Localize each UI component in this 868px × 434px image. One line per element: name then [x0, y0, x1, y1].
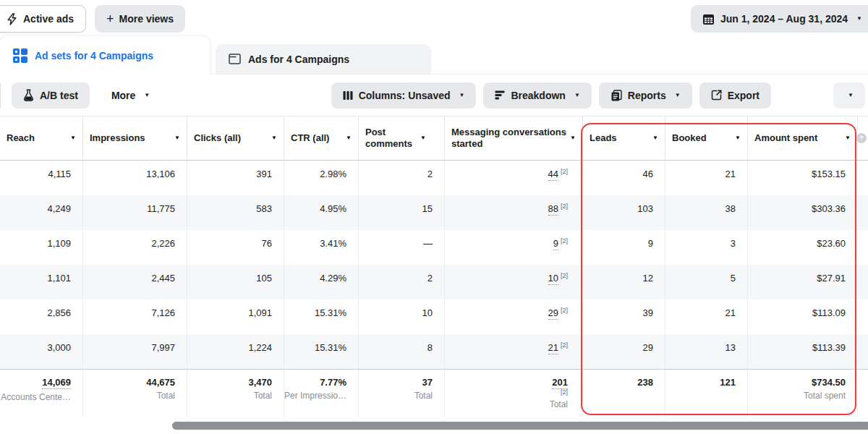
- table-cell: 44,675Total: [83, 370, 187, 417]
- table-cell: —: [359, 230, 445, 265]
- ads-frame-icon: [229, 54, 241, 64]
- column-header-reach[interactable]: Reach▼: [0, 116, 83, 160]
- table-cell: $153.15: [748, 161, 858, 195]
- cell-value: 15.31%: [315, 342, 346, 353]
- table-row[interactable]: 3,0007,9971,22415.31%821[2]2913$113.39: [0, 334, 868, 369]
- cell-value[interactable]: 88: [548, 203, 558, 216]
- column-header-impressions[interactable]: Impressions▼: [83, 116, 187, 160]
- sort-caret-icon[interactable]: ▼: [70, 135, 76, 141]
- table-cell: 7,126: [83, 299, 187, 334]
- cell-value: 37: [422, 377, 433, 388]
- sort-caret-icon[interactable]: ▼: [174, 135, 180, 141]
- cell-sublabel: Total spent: [804, 391, 846, 401]
- column-header-post-comments[interactable]: Post comments▼: [359, 116, 445, 160]
- cell-value: 11,775: [147, 203, 175, 214]
- table-cell: $23.60: [748, 230, 858, 265]
- column-header-clicks-all[interactable]: Clicks (all)▼: [187, 116, 284, 160]
- table-cell: 29[2]: [445, 299, 583, 334]
- cell-value: $113.09: [812, 307, 846, 318]
- sort-caret-icon[interactable]: ▼: [420, 135, 426, 141]
- export-button[interactable]: Export: [699, 82, 771, 109]
- toolbar-collapse-button[interactable]: ▼: [833, 82, 865, 109]
- table-cell: 4.29%: [284, 265, 359, 299]
- sort-caret-icon[interactable]: ▼: [845, 135, 851, 141]
- table-cell: 3: [665, 230, 748, 265]
- table-row[interactable]: 4,24911,7755834.95%1588[2]10338$303.36: [0, 195, 868, 230]
- sort-caret-icon[interactable]: ▼: [735, 135, 741, 141]
- cell-value: 103: [637, 203, 653, 214]
- sort-caret-icon[interactable]: ▼: [570, 135, 576, 141]
- cell-value: 15: [422, 203, 433, 214]
- cell-value[interactable]: 44: [548, 169, 558, 181]
- table-cell: 9[2]: [445, 230, 583, 265]
- table-cell: 2,226: [83, 230, 187, 265]
- more-menu-button[interactable]: More ▼: [100, 82, 161, 109]
- cell-sublabel: Total: [254, 391, 272, 401]
- cell-value[interactable]: 29: [548, 307, 558, 320]
- cell-value: $303.36: [812, 203, 846, 214]
- table-cell: 76: [187, 230, 284, 265]
- table-cell: 2.98%: [284, 161, 359, 195]
- table-cell: 8: [359, 334, 445, 369]
- column-header-messaging-conversations-started[interactable]: Messaging conversations started▼: [445, 116, 583, 160]
- cell-value[interactable]: 10: [548, 273, 558, 285]
- table-row[interactable]: 1,1012,4451054.29%210[2]125$27.91: [0, 265, 868, 299]
- cell-value[interactable]: 9: [553, 238, 558, 250]
- footnote-ref: [2]: [561, 341, 568, 349]
- cell-value: 2,445: [151, 273, 175, 284]
- cell-sublabel: Total: [157, 391, 175, 401]
- table-cell: 105: [187, 265, 284, 299]
- cell-sublabel: Total: [414, 391, 433, 401]
- date-range-picker[interactable]: Jun 1, 2024 – Aug 31, 2024 ▼: [691, 5, 868, 33]
- table-cell: $734.50Total spent: [748, 370, 858, 417]
- footnote-ref: [2]: [561, 272, 568, 279]
- table-cell: 2: [359, 265, 445, 299]
- table-row[interactable]: 2,8567,1261,09115.31%1029[2]3921$113.09: [0, 299, 868, 334]
- footnote-ref: [2]: [561, 237, 568, 244]
- cell-value: $23.60: [817, 238, 846, 249]
- cell-value[interactable]: 21: [548, 342, 558, 354]
- active-ads-view-button[interactable]: Active ads: [0, 5, 86, 33]
- horizontal-scrollbar-thumb[interactable]: [172, 422, 868, 430]
- cell-value: 76: [262, 238, 272, 249]
- breakdown-label: Breakdown: [511, 90, 565, 101]
- cell-value: 121: [720, 377, 736, 388]
- columns-button[interactable]: Columns: Unsaved ▼: [331, 82, 477, 109]
- breakdown-button[interactable]: Breakdown ▼: [483, 82, 591, 109]
- column-header-amount-spent[interactable]: Amount spent▼: [748, 116, 858, 160]
- column-header-label: Leads: [590, 132, 650, 144]
- sort-caret-icon[interactable]: ▼: [271, 135, 277, 141]
- tab-ads[interactable]: Ads for 4 Campaigns: [216, 44, 431, 74]
- table-cell: 21[2]: [445, 334, 583, 369]
- table-totals-row: 14,069Accounts Cente…44,675Total3,470Tot…: [0, 369, 868, 417]
- ab-test-button[interactable]: A/B test: [12, 82, 90, 109]
- cell-value: 583: [256, 203, 272, 214]
- table-cell: 583: [187, 195, 284, 230]
- footnote-ref: [2]: [561, 168, 568, 175]
- table-cell: 12: [583, 265, 665, 299]
- column-header-ctr-all[interactable]: CTR (all)▼: [284, 116, 359, 160]
- more-views-button[interactable]: + More views: [95, 5, 185, 33]
- cell-sublabel: Accounts Cente…: [1, 392, 71, 402]
- column-header-booked[interactable]: Booked▼: [665, 116, 748, 160]
- table-cell: 13,106: [83, 161, 187, 195]
- cell-value[interactable]: 201: [552, 377, 568, 389]
- cell-value[interactable]: 14,069: [42, 377, 71, 389]
- tab-ad-sets[interactable]: Ad sets for 4 Campaigns: [0, 36, 210, 75]
- table-cell: 46: [583, 161, 665, 195]
- table-cell: 15.31%: [284, 334, 359, 369]
- reports-button[interactable]: Reports ▼: [599, 82, 692, 109]
- sort-caret-icon[interactable]: ▼: [346, 135, 352, 141]
- sort-caret-icon[interactable]: ▼: [652, 135, 658, 141]
- table-cell: 2,445: [83, 265, 187, 299]
- table-row[interactable]: 4,11513,1063912.98%244[2]4621$153.15: [0, 161, 868, 195]
- cell-sublabel: Per Impressio…: [284, 391, 346, 401]
- cell-value: $734.50: [812, 377, 846, 388]
- add-column-icon[interactable]: +: [856, 133, 867, 143]
- table-cell: 10[2]: [445, 265, 583, 299]
- cell-value: 21: [726, 307, 736, 318]
- column-header-leads[interactable]: Leads▼: [583, 116, 665, 160]
- table-cell: 201[2]Total: [445, 370, 583, 417]
- table-row[interactable]: 1,1092,226763.41%—9[2]93$23.60: [0, 230, 868, 265]
- cell-value: —: [423, 238, 433, 249]
